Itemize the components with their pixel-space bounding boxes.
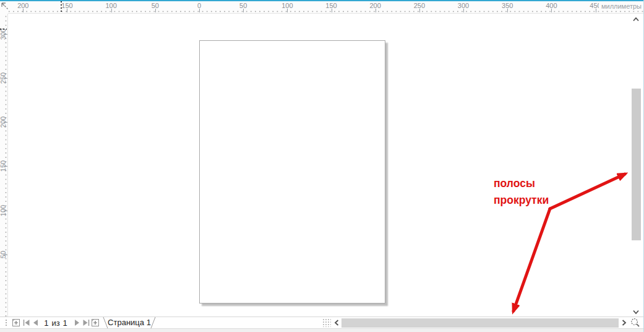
ruler-major-tick [4,211,7,211]
ruler-major-tick [4,34,7,35]
ruler-origin-icon [0,1,11,12]
page-plus-icon [12,318,20,327]
zoom-magnifier-icon [630,318,640,328]
ruler-major-tick [111,9,112,12]
vertical-ruler[interactable]: 30025020015010050 [0,14,8,317]
ruler-major-tick [376,9,376,12]
ruler-major-tick [199,9,200,12]
page-tab-label: Страница 1 [99,318,160,327]
page-counter: 1 из 1 [40,317,72,328]
drawing-canvas[interactable]: полосы прокрутки [8,14,629,317]
vertical-scrollbar[interactable] [629,14,643,317]
ruler-major-tick [507,9,508,12]
annotation-line2: прокрутки [494,192,549,209]
ruler-major-tick [419,9,420,12]
horizontal-ruler[interactable]: 20015010050050100150200250300350400450 м… [8,1,644,14]
first-page-icon [23,319,30,326]
scroll-up-button[interactable] [629,15,643,24]
tab-area-resize-grip[interactable] [5,319,8,326]
ruler-unit-label: миллиметры [599,2,642,10]
last-page-button[interactable] [82,319,90,326]
cursor-position-marker-horizontal [61,1,62,13]
annotation-line1: полосы [494,175,549,192]
next-page-icon [74,319,80,326]
ruler-major-tick [4,255,7,255]
status-bar: 1 из 1 [0,317,644,328]
chevron-up-icon [632,17,640,22]
chevron-down-icon [632,310,640,315]
annotation-text: полосы прокрутки [494,175,549,209]
page-counter-of: из [51,318,59,328]
vertical-scrollbar-thumb[interactable] [632,89,641,240]
scroll-down-button[interactable] [629,308,643,317]
ruler-major-tick [67,9,67,12]
ruler-major-tick [243,9,244,12]
ruler-major-tick [4,122,7,123]
bottom-strip [0,328,644,332]
previous-page-button[interactable] [32,319,38,326]
ruler-major-tick [4,166,7,167]
first-page-button[interactable] [23,319,30,326]
horizontal-ruler-minor-ticks [8,11,644,12]
ruler-major-tick [287,9,288,12]
ruler-major-tick [551,9,552,12]
chevron-right-icon [622,319,627,326]
scrollbar-resize-grip[interactable] [322,318,331,327]
scroll-right-button[interactable] [620,317,629,328]
page-plus-icon [91,318,100,327]
zoom-tool-button[interactable] [630,317,641,328]
last-page-icon [82,319,90,326]
horizontal-scrollbar-thumb[interactable] [341,318,619,328]
ruler-major-tick [155,9,156,12]
cursor-position-marker-vertical [0,28,7,30]
ruler-major-tick [596,9,596,12]
previous-page-icon [32,319,38,326]
ruler-major-tick [463,9,464,12]
ruler-origin-corner[interactable] [0,1,8,14]
ruler-major-tick [23,9,24,12]
app-window: 20015010050050100150200250300350400450 м… [0,0,644,332]
add-page-button-left[interactable] [12,318,20,327]
scroll-left-button[interactable] [332,317,341,328]
page-counter-current: 1 [44,318,48,328]
document-page[interactable] [199,40,385,304]
page-tab[interactable]: Страница 1 [99,317,160,328]
ruler-major-tick [4,78,7,79]
add-page-button-right[interactable] [91,318,100,327]
ruler-major-tick [332,9,332,12]
chevron-left-icon [334,319,339,326]
next-page-button[interactable] [74,319,80,326]
page-counter-total: 1 [63,318,67,328]
